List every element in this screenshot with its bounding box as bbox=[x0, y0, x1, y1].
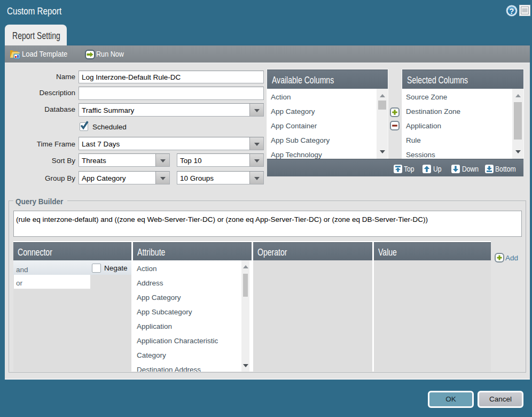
svg-text:?: ? bbox=[510, 7, 514, 16]
